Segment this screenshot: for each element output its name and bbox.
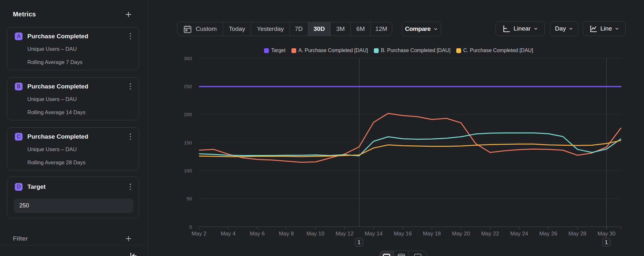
svg-text:May 2: May 2 [192,231,206,237]
svg-text:May 18: May 18 [423,231,441,237]
svg-text:May 8: May 8 [279,231,294,237]
svg-text:May 4: May 4 [221,231,235,237]
svg-text:May 10: May 10 [307,231,325,237]
svg-text:50: 50 [186,196,192,201]
svg-text:May 24: May 24 [510,231,528,237]
svg-text:150: 150 [184,140,192,145]
svg-text:May 30: May 30 [598,231,616,237]
svg-text:250: 250 [184,84,192,89]
svg-text:200: 200 [184,112,192,117]
svg-text:May 14: May 14 [365,231,383,237]
svg-text:0: 0 [189,224,192,230]
svg-text:May 6: May 6 [250,231,265,237]
svg-text:May 28: May 28 [568,231,586,237]
svg-text:May 22: May 22 [481,231,499,237]
svg-text:300: 300 [184,56,192,61]
svg-text:100: 100 [184,168,192,173]
svg-text:May 20: May 20 [452,231,470,237]
svg-text:May 26: May 26 [539,231,557,237]
svg-text:May 16: May 16 [394,231,412,237]
svg-text:May 12: May 12 [336,231,354,237]
